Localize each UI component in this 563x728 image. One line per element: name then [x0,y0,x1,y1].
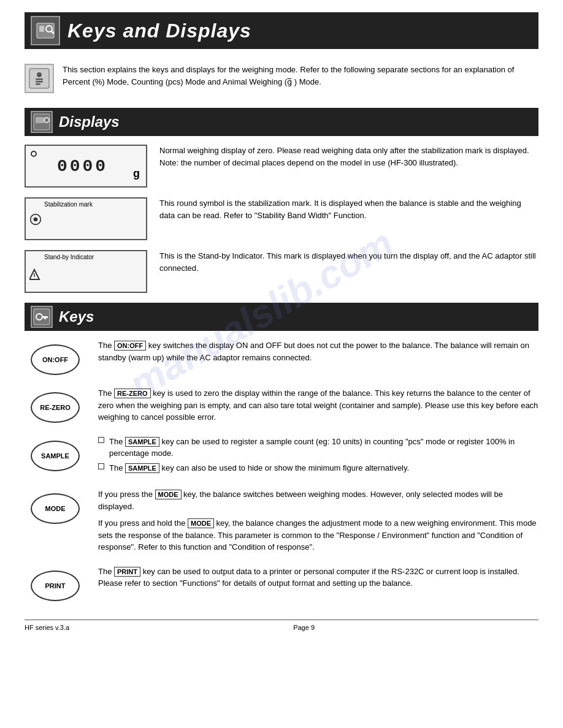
keys-section-header: Keys [25,303,538,331]
onoff-key-item: ON:OFF The ON:OFF key switches the displ… [25,339,538,375]
page-footer: HF series v.3.a Page 9 [25,620,538,631]
standby-label: Stand-by Indicator [44,254,94,260]
intro-icon [25,64,54,93]
rezero-key-oval: RE-ZERO [31,392,80,423]
sample-key-text: The SAMPLE key can be used to register a… [98,436,538,477]
keys-section-title: Keys [59,308,94,325]
normal-display-text: Normal weighing display of zero. Please … [159,145,538,169]
svg-point-5 [37,72,42,77]
sample-key-item: SAMPLE The SAMPLE key can be used to reg… [25,436,538,477]
svg-point-13 [34,218,38,222]
print-key-visual: PRINT [25,566,86,601]
rezero-key-text: The RE-ZERO key is used to zero the disp… [98,387,538,423]
footer-left: HF series v.3.a [25,624,69,631]
bullet-sq-2 [98,463,104,469]
rezero-key-label-inline: RE-ZERO [114,389,151,398]
svg-rect-1 [39,26,44,32]
svg-rect-8 [36,83,40,85]
sample-key-visual: SAMPLE [25,436,86,471]
displays-section-title: Displays [59,113,120,131]
unit-label: g [133,167,140,180]
svg-rect-10 [36,117,44,123]
rezero-key-visual: RE-ZERO [25,387,86,423]
print-key-item: PRINT The PRINT key can be used to outpu… [25,566,538,601]
intro-text: This section explains the keys and displ… [63,64,538,88]
normal-display-item: 0000 g Normal weighing display of zero. … [25,145,538,188]
standby-box: Stand-by Indicator [25,250,147,293]
digit-display: 0000 [57,157,108,176]
stab-box: Stabilization mark [25,197,147,240]
zero-dot [31,151,37,157]
sample-key-label-inline-2: SAMPLE [125,463,159,473]
footer-center: Page 9 [293,624,315,631]
header-icon [31,16,60,45]
sample-bullet-1: The SAMPLE key can be used to register a… [98,436,538,460]
sample-key-label-inline-1: SAMPLE [125,437,159,447]
mode-key-item: MODE If you press the MODE key, the bala… [25,488,538,553]
mode-para-1: If you press the MODE key, the balance s… [98,488,538,512]
print-key-label-inline: PRINT [114,567,140,577]
onoff-key-oval: ON:OFF [31,344,80,375]
rezero-key-item: RE-ZERO The RE-ZERO key is used to zero … [25,387,538,423]
normal-display-box: 0000 g [25,145,147,188]
keys-section-icon [31,306,53,328]
sample-bullet-2: The SAMPLE key can also be used to hide … [98,462,538,474]
stabilization-display-visual: Stabilization mark [25,197,147,240]
sample-bullet-2-text: The SAMPLE key can also be used to hide … [109,462,409,474]
standby-display-text: This is the Stand-by Indicator. This mar… [159,250,538,274]
bullet-sq-1 [98,437,104,443]
stabilization-display-item: Stabilization mark This round symbol is … [25,197,538,240]
sample-key-oval: SAMPLE [31,441,80,471]
stab-label: Stabilization mark [44,201,93,208]
onoff-key-text: The ON:OFF key switches the display ON a… [98,339,538,363]
print-key-oval: PRINT [31,571,80,601]
print-key-text: The PRINT key can be used to output data… [98,566,538,590]
normal-display-visual: 0000 g [25,145,147,188]
mode-key-text: If you press the MODE key, the balance s… [98,488,538,553]
sample-bullet-1-text: The SAMPLE key can be used to register a… [109,436,538,460]
mode-key-label-inline-2: MODE [188,518,214,528]
stabilization-display-text: This round symbol is the stabilization m… [159,197,538,221]
svg-rect-6 [36,78,43,80]
intro-box: This section explains the keys and displ… [25,60,538,97]
mode-para-2: If you press and hold the MODE key, the … [98,517,538,553]
svg-rect-19 [44,316,46,319]
displays-section-header: Displays [25,108,538,136]
onoff-key-visual: ON:OFF [25,339,86,375]
mode-key-label-inline-1: MODE [155,490,182,499]
page-title: Keys and Displays [67,20,251,42]
standby-display-visual: Stand-by Indicator [25,250,147,293]
onoff-key-label-inline: ON:OFF [114,341,146,351]
displays-section-icon [31,111,53,133]
mode-key-oval: MODE [31,493,80,524]
mode-key-visual: MODE [25,488,86,524]
page-header: Keys and Displays [25,12,538,49]
svg-rect-7 [36,81,43,83]
standby-display-item: Stand-by Indicator This is the Stand-by … [25,250,538,293]
